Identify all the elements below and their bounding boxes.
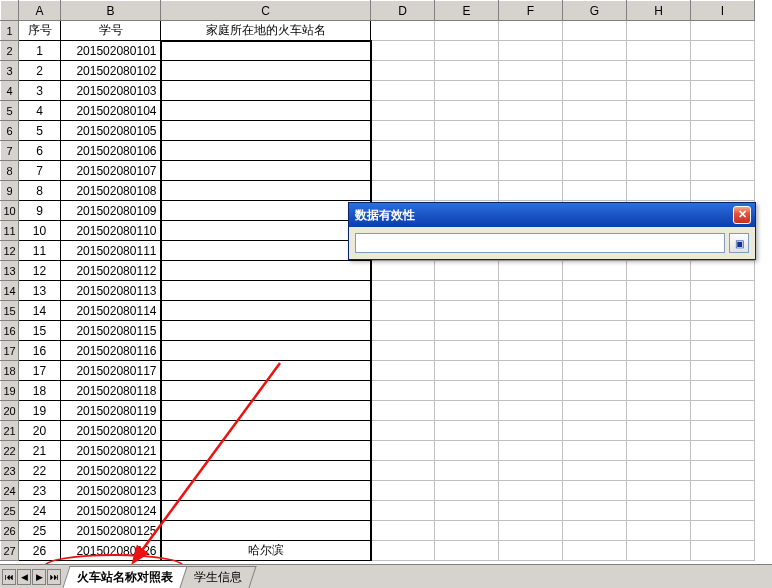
cell[interactable]	[691, 421, 755, 441]
cell[interactable]: 9	[19, 201, 61, 221]
cell[interactable]	[435, 101, 499, 121]
row-header[interactable]: 18	[1, 361, 19, 381]
cell[interactable]: 201502080109	[61, 201, 161, 221]
close-button[interactable]: ✕	[733, 206, 751, 224]
cell[interactable]	[691, 321, 755, 341]
cell[interactable]	[627, 41, 691, 61]
cell[interactable]	[499, 461, 563, 481]
cell[interactable]	[627, 141, 691, 161]
cell[interactable]	[691, 181, 755, 201]
cell[interactable]: 201502080119	[61, 401, 161, 421]
cell[interactable]: 22	[19, 461, 61, 481]
col-header-D[interactable]: D	[371, 1, 435, 21]
cell[interactable]	[161, 281, 371, 301]
cell[interactable]: 201502080126	[61, 541, 161, 561]
row-header[interactable]: 11	[1, 221, 19, 241]
cell[interactable]	[499, 161, 563, 181]
cell[interactable]	[691, 301, 755, 321]
cell[interactable]	[499, 361, 563, 381]
cell[interactable]	[691, 261, 755, 281]
cell[interactable]	[499, 261, 563, 281]
row-header[interactable]: 20	[1, 401, 19, 421]
cell[interactable]: 201502080104	[61, 101, 161, 121]
cell[interactable]: 201502080105	[61, 121, 161, 141]
cell[interactable]: 201502080117	[61, 361, 161, 381]
col-header-E[interactable]: E	[435, 1, 499, 21]
cell[interactable]	[161, 181, 371, 201]
cell[interactable]: 201502080111	[61, 241, 161, 261]
cell[interactable]	[563, 121, 627, 141]
col-header-B[interactable]: B	[61, 1, 161, 21]
cell[interactable]: 10	[19, 221, 61, 241]
cell[interactable]	[627, 81, 691, 101]
cell[interactable]	[499, 61, 563, 81]
cell[interactable]	[161, 521, 371, 541]
cell[interactable]	[435, 281, 499, 301]
row-header[interactable]: 24	[1, 481, 19, 501]
cell[interactable]: 8	[19, 181, 61, 201]
row-header[interactable]: 5	[1, 101, 19, 121]
col-header-F[interactable]: F	[499, 1, 563, 21]
cell[interactable]: 201502080107	[61, 161, 161, 181]
cell[interactable]	[499, 421, 563, 441]
cell[interactable]: 201502080108	[61, 181, 161, 201]
cell[interactable]	[563, 81, 627, 101]
cell[interactable]	[627, 501, 691, 521]
cell[interactable]	[371, 521, 435, 541]
row-header[interactable]: 21	[1, 421, 19, 441]
cell[interactable]	[161, 361, 371, 381]
cell[interactable]: 201502080124	[61, 501, 161, 521]
row-header[interactable]: 17	[1, 341, 19, 361]
cell[interactable]	[371, 81, 435, 101]
row-header[interactable]: 14	[1, 281, 19, 301]
row-header[interactable]: 2	[1, 41, 19, 61]
cell[interactable]	[563, 261, 627, 281]
cell[interactable]	[161, 221, 371, 241]
cell[interactable]	[563, 101, 627, 121]
cell[interactable]	[627, 281, 691, 301]
cell[interactable]	[435, 341, 499, 361]
row-header[interactable]: 22	[1, 441, 19, 461]
col-header-G[interactable]: G	[563, 1, 627, 21]
cell[interactable]	[371, 61, 435, 81]
cell[interactable]: 15	[19, 321, 61, 341]
cell[interactable]	[435, 381, 499, 401]
cell[interactable]	[371, 441, 435, 461]
row-header[interactable]: 12	[1, 241, 19, 261]
expand-range-button[interactable]: ▣	[729, 233, 749, 253]
cell[interactable]	[435, 401, 499, 421]
cell[interactable]	[563, 21, 627, 41]
cell[interactable]	[435, 121, 499, 141]
cell[interactable]	[563, 481, 627, 501]
cell[interactable]	[691, 161, 755, 181]
cell[interactable]	[499, 441, 563, 461]
col-header-I[interactable]: I	[691, 1, 755, 21]
cell[interactable]	[563, 541, 627, 561]
cell[interactable]	[435, 21, 499, 41]
cell[interactable]	[691, 501, 755, 521]
cell[interactable]: 201502080110	[61, 221, 161, 241]
row-header[interactable]: 7	[1, 141, 19, 161]
cell[interactable]: 201502080102	[61, 61, 161, 81]
cell[interactable]	[691, 541, 755, 561]
row-header[interactable]: 1	[1, 21, 19, 41]
cell[interactable]	[371, 261, 435, 281]
cell[interactable]: 201502080103	[61, 81, 161, 101]
col-header-C[interactable]: C	[161, 1, 371, 21]
cell[interactable]: 201502080121	[61, 441, 161, 461]
cell[interactable]	[161, 381, 371, 401]
cell[interactable]	[627, 101, 691, 121]
cell[interactable]	[627, 361, 691, 381]
cell[interactable]	[435, 81, 499, 101]
cell[interactable]	[627, 381, 691, 401]
cell[interactable]	[371, 381, 435, 401]
select-all-corner[interactable]	[1, 1, 19, 21]
cell[interactable]	[499, 501, 563, 521]
cell[interactable]	[161, 421, 371, 441]
row-header[interactable]: 3	[1, 61, 19, 81]
cell[interactable]	[435, 441, 499, 461]
cell[interactable]	[435, 181, 499, 201]
cell[interactable]	[371, 281, 435, 301]
cell[interactable]	[691, 61, 755, 81]
cell[interactable]	[371, 341, 435, 361]
